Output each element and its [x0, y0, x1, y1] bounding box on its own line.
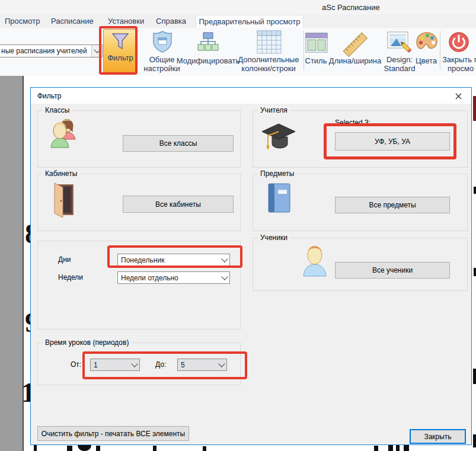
- classes-people-icon: [49, 118, 79, 153]
- background-ink-fragment: [96, 446, 100, 451]
- annotation-days-combobox: [107, 245, 242, 268]
- modify-button[interactable]: Модифицировать: [175, 56, 241, 65]
- schedule-type-value: ные расписания учителей: [0, 47, 91, 55]
- group-subjects-label: Предметы: [258, 169, 296, 178]
- group-rooms-label: Кабинеты: [43, 169, 79, 178]
- background-ink-fragment: [473, 369, 476, 384]
- background-ink-fragment: [404, 444, 409, 451]
- close-icon: [455, 93, 462, 100]
- weeks-combobox[interactable]: Недели отдельно: [117, 271, 230, 284]
- dialog-titlebar[interactable]: Фильтр: [31, 88, 471, 104]
- close-preview-power-icon[interactable]: [448, 31, 470, 56]
- background-ink-fragment: [388, 444, 393, 451]
- preview-background: [0, 76, 23, 451]
- schedule-type-combobox[interactable]: ные расписания учителей: [0, 44, 103, 57]
- group-periods-label: Время уроков (периодов): [43, 338, 131, 347]
- colors-palette-icon[interactable]: [416, 31, 438, 55]
- dialog-close-footer-button[interactable]: Закрыть: [410, 429, 466, 444]
- students-person-icon: [301, 244, 328, 283]
- days-label: Дни: [58, 255, 71, 264]
- design-picture-pencil-icon[interactable]: [387, 31, 412, 57]
- group-classes-label: Классы: [43, 106, 72, 114]
- chevron-down-icon[interactable]: [219, 272, 229, 283]
- annotation-selected-teachers: [324, 123, 456, 159]
- background-ink-fragment: [67, 446, 72, 451]
- background-ink-fragment: [473, 96, 476, 121]
- background-ink-fragment: [153, 446, 156, 451]
- modify-sitemap-icon[interactable]: [196, 31, 220, 56]
- all-rooms-button[interactable]: Все кабинеты: [123, 196, 234, 213]
- background-ink-fragment: [34, 445, 37, 451]
- all-subjects-button[interactable]: Все предметы: [335, 197, 450, 213]
- extra-columns-button[interactable]: Дополнительные колонки/строки: [235, 55, 302, 73]
- background-ink-fragment: [473, 434, 476, 447]
- ribbon-tab-row: Просмотр Расписание Установки Справка Пр…: [0, 15, 476, 28]
- group-teachers-label: Учителя: [258, 106, 290, 114]
- all-classes-button[interactable]: Все классы: [123, 135, 234, 152]
- periods-from-label: От:: [71, 360, 81, 369]
- general-settings-shield-icon[interactable]: [152, 30, 173, 56]
- weeks-value: Недели отдельно: [118, 274, 219, 282]
- colors-button[interactable]: Цвета: [413, 56, 439, 65]
- background-ink-fragment: [474, 268, 476, 276]
- group-students: Ученики Все ученики: [253, 238, 468, 291]
- all-students-button[interactable]: Все ученики: [335, 262, 450, 279]
- window-title: aSc Расписание: [322, 3, 380, 12]
- tab-timetable[interactable]: Расписание: [49, 15, 96, 28]
- background-ink-fragment: [374, 446, 378, 451]
- design-button[interactable]: Design: Standard: [382, 55, 417, 73]
- group-subjects: Предметы Все предметы: [253, 174, 468, 231]
- annotation-periods: [82, 351, 247, 379]
- length-width-ruler-icon[interactable]: [341, 31, 369, 60]
- tab-help[interactable]: Справка: [154, 15, 189, 28]
- rooms-door-icon: [50, 182, 77, 221]
- background-ink-fragment: [396, 445, 400, 451]
- ribbon-toolbar: ные расписания учителей Фильтр Общие нас…: [0, 28, 476, 76]
- weeks-label: Недели: [58, 273, 83, 282]
- clear-filter-button[interactable]: Очистить фильтр - печатать ВСЕ элементы: [37, 426, 189, 441]
- teachers-graduation-cap-icon: [261, 121, 296, 156]
- length-width-button[interactable]: Длина/ширина: [328, 56, 382, 65]
- extra-columns-grid-icon[interactable]: [257, 30, 282, 56]
- tab-preview[interactable]: Предварительный просмотр: [196, 15, 304, 28]
- style-button[interactable]: Стиль: [303, 56, 329, 65]
- window-titlebar: aSc Расписание: [0, 0, 476, 15]
- group-students-label: Ученики: [258, 234, 290, 242]
- style-window-icon[interactable]: [305, 33, 328, 55]
- tab-view[interactable]: Просмотр: [2, 15, 42, 28]
- dialog-title: Фильтр: [37, 92, 61, 100]
- dialog-close-button[interactable]: [450, 91, 467, 101]
- annotation-filter-button: [99, 26, 138, 75]
- subjects-book-icon: [265, 182, 293, 216]
- toolbar-separator: [440, 31, 440, 70]
- background-ink-fragment: [203, 446, 206, 451]
- background-ink-fragment: [474, 187, 476, 194]
- close-preview-button[interactable]: Закрыть пр просмо: [442, 55, 476, 73]
- group-rooms: Кабинеты Все кабинеты: [37, 174, 241, 231]
- group-classes: Классы Все классы: [37, 110, 241, 168]
